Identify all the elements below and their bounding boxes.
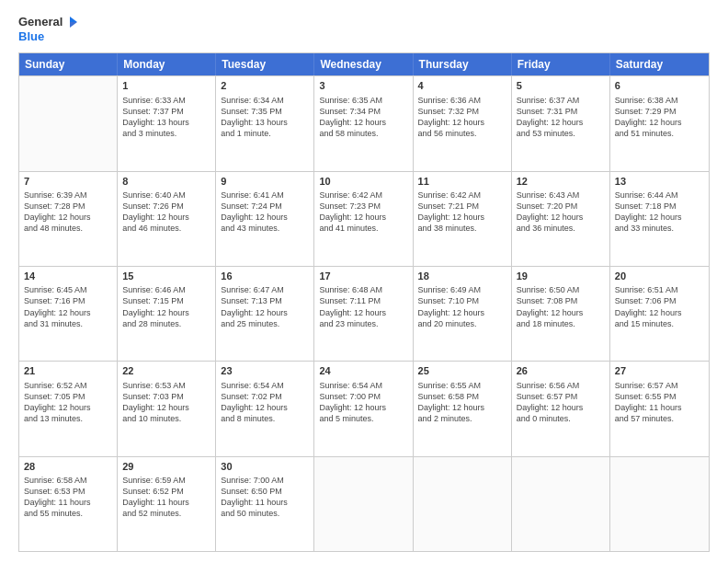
sunset-text: Sunset: 7:28 PM — [24, 201, 112, 212]
daylight-text: Daylight: 12 hours — [122, 307, 210, 318]
day-number: 11 — [418, 175, 506, 189]
sunrise-text: Sunrise: 6:34 AM — [221, 95, 309, 106]
daylight-text-2: and 50 minutes. — [221, 508, 309, 519]
daylight-text-2: and 51 minutes. — [615, 128, 704, 139]
daylight-text: Daylight: 12 hours — [24, 212, 112, 223]
sunrise-text: Sunrise: 6:36 AM — [418, 95, 506, 106]
header-day-monday: Monday — [118, 53, 216, 75]
sunrise-text: Sunrise: 6:48 AM — [319, 284, 407, 295]
header: GeneralBlue — [18, 15, 710, 43]
sunset-text: Sunset: 7:23 PM — [319, 201, 407, 212]
cal-cell-1-3: 10Sunrise: 6:42 AMSunset: 7:23 PMDayligh… — [314, 172, 413, 266]
logo: GeneralBlue — [18, 15, 77, 43]
sunrise-text: Sunrise: 6:54 AM — [221, 380, 309, 391]
cal-cell-2-3: 17Sunrise: 6:48 AMSunset: 7:11 PMDayligh… — [314, 267, 413, 361]
day-number: 23 — [221, 364, 309, 378]
sunset-text: Sunset: 7:00 PM — [319, 391, 407, 402]
daylight-text-2: and 48 minutes. — [24, 223, 112, 234]
cal-cell-0-5: 5Sunrise: 6:37 AMSunset: 7:31 PMDaylight… — [512, 76, 610, 170]
sunset-text: Sunset: 7:26 PM — [122, 201, 210, 212]
daylight-text-2: and 25 minutes. — [221, 318, 309, 329]
daylight-text: Daylight: 12 hours — [517, 402, 605, 413]
cal-cell-0-2: 2Sunrise: 6:34 AMSunset: 7:35 PMDaylight… — [216, 76, 314, 170]
sunrise-text: Sunrise: 6:42 AM — [418, 190, 506, 201]
header-day-thursday: Thursday — [414, 53, 512, 75]
day-number: 6 — [615, 79, 704, 93]
sunset-text: Sunset: 7:24 PM — [221, 201, 309, 212]
day-number: 30 — [221, 460, 309, 474]
daylight-text-2: and 8 minutes. — [221, 413, 309, 424]
sunrise-text: Sunrise: 6:58 AM — [24, 475, 112, 486]
sunrise-text: Sunrise: 6:46 AM — [122, 284, 210, 295]
svg-marker-1 — [70, 22, 77, 28]
day-number: 22 — [122, 364, 210, 378]
daylight-text: Daylight: 12 hours — [615, 212, 704, 223]
daylight-text-2: and 57 minutes. — [615, 413, 704, 424]
daylight-text: Daylight: 12 hours — [418, 307, 506, 318]
daylight-text: Daylight: 12 hours — [221, 402, 309, 413]
sunset-text: Sunset: 7:21 PM — [418, 201, 506, 212]
header-day-sunday: Sunday — [19, 53, 118, 75]
cal-cell-3-5: 26Sunrise: 6:56 AMSunset: 6:57 PMDayligh… — [512, 362, 610, 455]
cal-cell-3-1: 22Sunrise: 6:53 AMSunset: 7:03 PMDayligh… — [118, 362, 216, 455]
cal-cell-3-6: 27Sunrise: 6:57 AMSunset: 6:55 PMDayligh… — [610, 362, 709, 455]
sunset-text: Sunset: 6:53 PM — [24, 486, 112, 497]
daylight-text: Daylight: 11 hours — [122, 497, 210, 508]
page: GeneralBlue SundayMondayTuesdayWednesday… — [0, 0, 728, 563]
sunset-text: Sunset: 7:35 PM — [221, 106, 309, 117]
sunset-text: Sunset: 7:08 PM — [517, 295, 605, 306]
sunrise-text: Sunrise: 6:37 AM — [517, 95, 605, 106]
sunrise-text: Sunrise: 6:49 AM — [418, 284, 506, 295]
day-number: 12 — [517, 175, 605, 189]
day-number: 9 — [221, 175, 309, 189]
daylight-text: Daylight: 12 hours — [319, 307, 407, 318]
day-number: 19 — [517, 270, 605, 283]
day-number: 3 — [319, 79, 407, 93]
sunset-text: Sunset: 7:29 PM — [615, 106, 704, 117]
daylight-text-2: and 15 minutes. — [615, 318, 704, 329]
day-number: 27 — [615, 364, 704, 378]
cal-cell-4-5 — [512, 457, 610, 551]
daylight-text-2: and 46 minutes. — [122, 223, 210, 234]
day-number: 10 — [319, 175, 407, 189]
cal-cell-2-4: 18Sunrise: 6:49 AMSunset: 7:10 PMDayligh… — [414, 267, 512, 361]
sunrise-text: Sunrise: 6:39 AM — [24, 190, 112, 201]
cal-cell-4-6 — [610, 457, 709, 551]
sunrise-text: Sunrise: 6:55 AM — [418, 380, 506, 391]
sunrise-text: Sunrise: 6:53 AM — [122, 380, 210, 391]
calendar-header: SundayMondayTuesdayWednesdayThursdayFrid… — [19, 53, 709, 75]
cal-cell-2-5: 19Sunrise: 6:50 AMSunset: 7:08 PMDayligh… — [512, 267, 610, 361]
day-number: 16 — [221, 270, 309, 283]
day-number: 18 — [418, 270, 506, 283]
day-number: 7 — [24, 175, 112, 189]
sunset-text: Sunset: 6:58 PM — [418, 391, 506, 402]
daylight-text: Daylight: 12 hours — [221, 212, 309, 223]
calendar-row-1: 7Sunrise: 6:39 AMSunset: 7:28 PMDaylight… — [19, 171, 709, 266]
cal-cell-3-0: 21Sunrise: 6:52 AMSunset: 7:05 PMDayligh… — [19, 362, 118, 455]
sunrise-text: Sunrise: 6:50 AM — [517, 284, 605, 295]
sunset-text: Sunset: 7:11 PM — [319, 295, 407, 306]
sunset-text: Sunset: 7:13 PM — [221, 295, 309, 306]
header-day-wednesday: Wednesday — [314, 53, 413, 75]
daylight-text-2: and 10 minutes. — [122, 413, 210, 424]
daylight-text: Daylight: 12 hours — [319, 212, 407, 223]
calendar-row-3: 21Sunrise: 6:52 AMSunset: 7:05 PMDayligh… — [19, 361, 709, 455]
daylight-text-2: and 52 minutes. — [122, 508, 210, 519]
sunset-text: Sunset: 7:16 PM — [24, 295, 112, 306]
sunrise-text: Sunrise: 6:56 AM — [517, 380, 605, 391]
calendar-row-0: 1Sunrise: 6:33 AMSunset: 7:37 PMDaylight… — [19, 75, 709, 170]
daylight-text: Daylight: 12 hours — [615, 307, 704, 318]
sunrise-text: Sunrise: 6:57 AM — [615, 380, 704, 391]
sunrise-text: Sunrise: 6:43 AM — [517, 190, 605, 201]
cal-cell-4-0: 28Sunrise: 6:58 AMSunset: 6:53 PMDayligh… — [19, 457, 118, 551]
daylight-text: Daylight: 12 hours — [517, 117, 605, 128]
cal-cell-2-0: 14Sunrise: 6:45 AMSunset: 7:16 PMDayligh… — [19, 267, 118, 361]
day-number: 17 — [319, 270, 407, 283]
daylight-text: Daylight: 12 hours — [418, 212, 506, 223]
day-number: 29 — [122, 460, 210, 474]
sunset-text: Sunset: 6:52 PM — [122, 486, 210, 497]
daylight-text-2: and 28 minutes. — [122, 318, 210, 329]
logo-text: GeneralBlue — [18, 15, 77, 43]
sunset-text: Sunset: 7:32 PM — [418, 106, 506, 117]
sunrise-text: Sunrise: 6:59 AM — [122, 475, 210, 486]
